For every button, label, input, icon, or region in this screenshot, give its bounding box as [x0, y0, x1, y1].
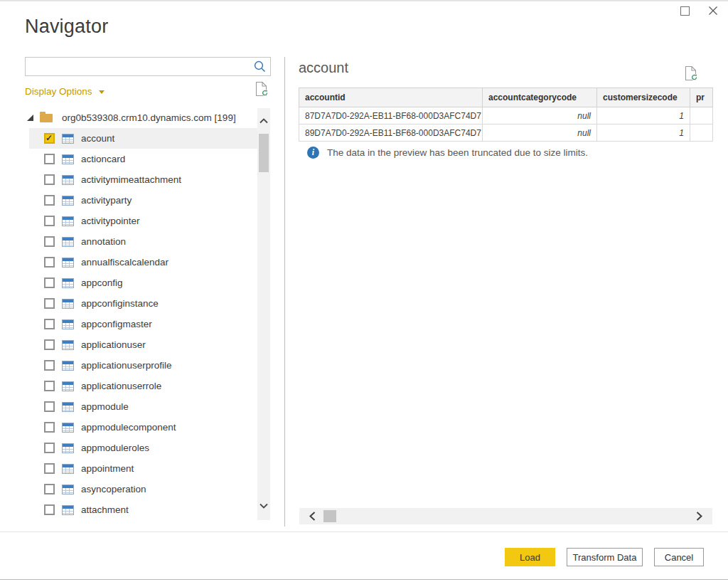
- tree-item-label: appointment: [81, 463, 134, 474]
- table-icon: [62, 485, 74, 494]
- cell-accountid: 87D7A7D0-292A-EB11-BF68-000D3AFC74D7: [299, 107, 483, 125]
- table-icon: [62, 196, 74, 206]
- preview-horizontal-scrollbar[interactable]: [299, 508, 712, 524]
- checkbox[interactable]: [44, 257, 55, 268]
- tree-item-appmodulecomponent[interactable]: appmodulecomponent: [29, 417, 257, 438]
- tree-item-label: account: [81, 133, 114, 144]
- cell-accountid: 89D7A7D0-292A-EB11-BF68-000D3AFC74D7: [299, 125, 483, 142]
- navigator-tree: org0b539308.crm10.dynamics.com [199] acc…: [25, 107, 257, 520]
- chevron-down-icon: [99, 90, 105, 94]
- search-input[interactable]: [26, 58, 253, 75]
- footer-buttons: Load Transform Data Cancel: [505, 548, 704, 566]
- checkbox[interactable]: [44, 381, 55, 391]
- tree-item-activitypointer[interactable]: activitypointer: [29, 211, 257, 231]
- tree-item-label: actioncard: [81, 154, 125, 164]
- cell-customersizecode: 1: [597, 125, 690, 142]
- tree-item-label: applicationuserrole: [81, 381, 161, 391]
- table-icon: [62, 175, 74, 185]
- checkbox[interactable]: [44, 401, 55, 412]
- checkbox[interactable]: [44, 360, 55, 371]
- tree-item-label: applicationuser: [81, 339, 146, 350]
- preview-scrollbar-thumb[interactable]: [323, 510, 336, 522]
- display-options-dropdown[interactable]: Display Options: [25, 86, 105, 97]
- table-icon: [62, 505, 74, 515]
- checkbox[interactable]: [44, 236, 55, 247]
- checkbox[interactable]: [44, 174, 55, 185]
- checkbox[interactable]: [44, 133, 55, 144]
- tree-item-applicationuser[interactable]: applicationuser: [29, 334, 257, 355]
- tree-item-asyncoperation[interactable]: asyncoperation: [29, 479, 257, 499]
- checkbox[interactable]: [44, 319, 55, 329]
- scroll-down-icon[interactable]: [259, 503, 268, 509]
- table-header-row: accountid accountcategorycode customersi…: [299, 88, 713, 107]
- refresh-preview-icon[interactable]: [685, 65, 697, 81]
- tree-item-account[interactable]: account: [29, 128, 257, 149]
- load-button[interactable]: Load: [505, 548, 555, 566]
- tree-item-appconfigmaster[interactable]: appconfigmaster: [29, 314, 257, 334]
- truncation-notice-text: The data in the preview has been truncat…: [327, 147, 588, 158]
- table-icon: [62, 154, 74, 164]
- table-icon: [62, 464, 74, 474]
- tree-item-appconfiginstance[interactable]: appconfiginstance: [29, 293, 257, 314]
- checkbox[interactable]: [44, 339, 55, 350]
- maximize-icon[interactable]: [680, 6, 690, 16]
- tree-item-appointment[interactable]: appointment: [29, 458, 257, 479]
- tree-item-label: activityparty: [81, 195, 132, 206]
- tree-item-appconfig[interactable]: appconfig: [29, 273, 257, 293]
- checkbox[interactable]: [44, 216, 55, 226]
- tree-item-label: appconfiginstance: [81, 298, 159, 309]
- tree-item-activitymimeattachment[interactable]: activitymimeattachment: [29, 169, 257, 190]
- checkbox[interactable]: [44, 463, 55, 474]
- tree-item-applicationuserprofile[interactable]: applicationuserprofile: [29, 355, 257, 376]
- tree-item-label: asyncoperation: [81, 484, 146, 494]
- tree-item-appmodule[interactable]: appmodule: [29, 396, 257, 417]
- search-icon[interactable]: [253, 60, 270, 73]
- cell-accountcategorycode: null: [483, 107, 597, 125]
- search-box[interactable]: [25, 57, 271, 76]
- tree-item-attachment[interactable]: attachment: [29, 499, 257, 520]
- refresh-preview-icon[interactable]: [255, 81, 268, 97]
- tree-item-label: appconfigmaster: [81, 319, 152, 329]
- preview-title: account: [299, 60, 348, 76]
- table-row: 89D7A7D0-292A-EB11-BF68-000D3AFC74D7 nul…: [299, 125, 713, 142]
- checkbox[interactable]: [44, 422, 55, 433]
- cancel-button[interactable]: Cancel: [654, 548, 704, 566]
- pane-divider: [284, 57, 285, 527]
- table-icon: [62, 319, 74, 329]
- checkbox[interactable]: [44, 504, 55, 515]
- tree-item-annotation[interactable]: annotation: [29, 231, 257, 252]
- checkbox[interactable]: [44, 298, 55, 309]
- page-title: Navigator: [25, 16, 108, 38]
- cell-truncated: [690, 107, 713, 125]
- checkbox[interactable]: [44, 195, 55, 206]
- tree-item-label: attachment: [81, 504, 129, 515]
- table-icon: [62, 278, 74, 288]
- tree-item-applicationuserrole[interactable]: applicationuserrole: [29, 376, 257, 396]
- tree-scrollbar-thumb[interactable]: [259, 134, 269, 172]
- tree-scrollbar[interactable]: [257, 108, 270, 520]
- tree-root-label: org0b539308.crm10.dynamics.com [199]: [62, 112, 236, 123]
- column-header-accountcategorycode: accountcategorycode: [483, 88, 597, 107]
- checkbox[interactable]: [44, 484, 55, 494]
- tree-item-label: annualfiscalcalendar: [81, 257, 168, 268]
- scroll-up-icon[interactable]: [259, 118, 268, 124]
- close-icon[interactable]: [708, 6, 718, 16]
- tree-item-label: applicationuserprofile: [81, 360, 172, 371]
- tree-item-activityparty[interactable]: activityparty: [29, 190, 257, 211]
- checkbox[interactable]: [44, 277, 55, 288]
- info-icon: i: [307, 147, 319, 159]
- scroll-right-icon[interactable]: [696, 512, 702, 521]
- transform-data-button[interactable]: Transform Data: [567, 548, 643, 566]
- tree-item-annualfiscalcalendar[interactable]: annualfiscalcalendar: [29, 252, 257, 273]
- tree-root-folder[interactable]: org0b539308.crm10.dynamics.com [199]: [25, 107, 257, 128]
- checkbox[interactable]: [44, 443, 55, 453]
- scroll-left-icon[interactable]: [309, 512, 316, 521]
- table-icon: [62, 216, 74, 226]
- tree-item-label: appmodule: [81, 401, 129, 412]
- checkbox[interactable]: [44, 154, 55, 164]
- tree-item-appmoduleroles[interactable]: appmoduleroles: [29, 438, 257, 458]
- tree-item-actioncard[interactable]: actioncard: [29, 149, 257, 169]
- tree-item-label: appmodulecomponent: [81, 422, 176, 433]
- tree-item-label: activitypointer: [81, 216, 140, 226]
- expand-arrow-icon[interactable]: [27, 115, 33, 121]
